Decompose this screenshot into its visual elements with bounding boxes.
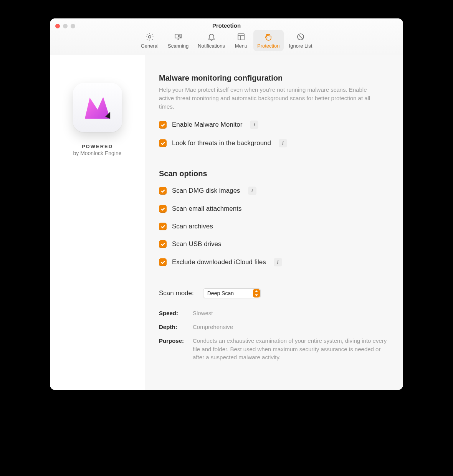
option-label: Enable Malware Monitor (172, 121, 242, 129)
close-window-button[interactable] (55, 24, 60, 28)
checkbox[interactable] (159, 223, 167, 230)
tab-protection[interactable]: Protection (253, 30, 284, 51)
svg-point-0 (149, 36, 151, 38)
malware-options: Enable Malware Monitor i Look for threat… (159, 121, 389, 147)
option-label: Scan USB drives (172, 240, 222, 248)
svg-point-1 (179, 35, 180, 37)
section-malware-desc: Help your Mac protect itself even when y… (159, 86, 382, 111)
monitor-search-icon (173, 31, 184, 42)
bell-icon (206, 31, 217, 42)
titlebar: Protection General Scanning Notification… (50, 18, 403, 55)
tab-label: Menu (235, 43, 248, 49)
powered-by: POWERED by Moonlock Engine (73, 144, 121, 156)
window-controls (55, 24, 75, 28)
option-label: Scan archives (172, 223, 213, 230)
info-icon[interactable]: i (274, 258, 282, 266)
option-background-threats[interactable]: Look for threats in the background i (159, 139, 389, 147)
tab-scanning[interactable]: Scanning (164, 30, 192, 51)
scan-mode-label: Scan mode: (159, 289, 194, 297)
detail-depth-val: Comprehensive (193, 323, 389, 331)
select-stepper-icon (253, 289, 260, 298)
tab-general[interactable]: General (137, 30, 162, 51)
preferences-window: Protection General Scanning Notification… (50, 18, 403, 390)
zoom-window-button[interactable] (71, 24, 75, 28)
scan-options: Scan DMG disk images i Scan email attach… (159, 187, 389, 266)
app-icon (73, 83, 122, 132)
checkbox[interactable] (159, 240, 167, 248)
scan-mode-details: Speed: Slowest Depth: Comprehensive Purp… (159, 309, 389, 362)
option-label: Scan DMG disk images (172, 187, 240, 195)
divider (159, 278, 389, 278)
content-pane: Malware monitoring configuration Help yo… (145, 55, 403, 390)
scan-mode-value: Deep Scan (207, 290, 234, 296)
checkbox[interactable] (159, 139, 167, 147)
option-scan-usb[interactable]: Scan USB drives (159, 240, 389, 248)
option-label: Exclude downloaded iCloud files (172, 258, 266, 266)
tab-label: Notifications (198, 43, 225, 49)
minimize-window-button[interactable] (63, 24, 68, 28)
checkbox[interactable] (159, 258, 167, 266)
ban-icon (295, 31, 306, 42)
gear-icon (144, 31, 155, 42)
tab-label: Ignore List (289, 43, 312, 49)
option-exclude-icloud[interactable]: Exclude downloaded iCloud files i (159, 258, 389, 266)
body: POWERED by Moonlock Engine Malware monit… (50, 55, 403, 390)
option-scan-dmg[interactable]: Scan DMG disk images i (159, 187, 389, 195)
tab-label: Scanning (168, 43, 188, 49)
checkbox[interactable] (159, 121, 167, 129)
detail-purpose-key: Purpose: (159, 337, 191, 362)
section-scan-options-title: Scan options (159, 169, 389, 178)
scan-mode-row: Scan mode: Deep Scan (159, 288, 389, 298)
powered-label: POWERED (73, 144, 121, 149)
powered-engine: by Moonlock Engine (73, 150, 121, 156)
divider (159, 159, 389, 159)
info-icon[interactable]: i (248, 187, 256, 195)
option-scan-email[interactable]: Scan email attachments (159, 205, 389, 213)
option-scan-archives[interactable]: Scan archives (159, 223, 389, 230)
checkbox[interactable] (159, 187, 167, 195)
hand-icon (263, 31, 274, 42)
moonlock-logo-icon (80, 90, 115, 125)
detail-speed-val: Slowest (193, 309, 389, 317)
detail-purpose-val: Conducts an exhaustive examination of yo… (193, 337, 389, 362)
tab-notifications[interactable]: Notifications (194, 30, 229, 51)
scan-mode-select[interactable]: Deep Scan (203, 288, 261, 298)
tab-ignorelist[interactable]: Ignore List (285, 30, 316, 51)
detail-depth-key: Depth: (159, 323, 191, 331)
toolbar: General Scanning Notifications Menu (50, 29, 403, 55)
svg-rect-2 (238, 34, 244, 40)
info-icon[interactable]: i (250, 121, 258, 129)
tab-label: General (141, 43, 159, 49)
layout-icon (236, 31, 246, 42)
option-label: Look for threats in the background (172, 139, 271, 147)
section-malware-title: Malware monitoring configuration (159, 74, 389, 83)
tab-label: Protection (257, 43, 280, 49)
window-title: Protection (50, 18, 403, 29)
option-enable-malware-monitor[interactable]: Enable Malware Monitor i (159, 121, 389, 129)
tab-menu[interactable]: Menu (230, 30, 252, 51)
sidebar: POWERED by Moonlock Engine (50, 55, 145, 390)
option-label: Scan email attachments (172, 205, 241, 213)
detail-speed-key: Speed: (159, 309, 191, 317)
info-icon[interactable]: i (279, 139, 287, 147)
checkbox[interactable] (159, 205, 167, 213)
